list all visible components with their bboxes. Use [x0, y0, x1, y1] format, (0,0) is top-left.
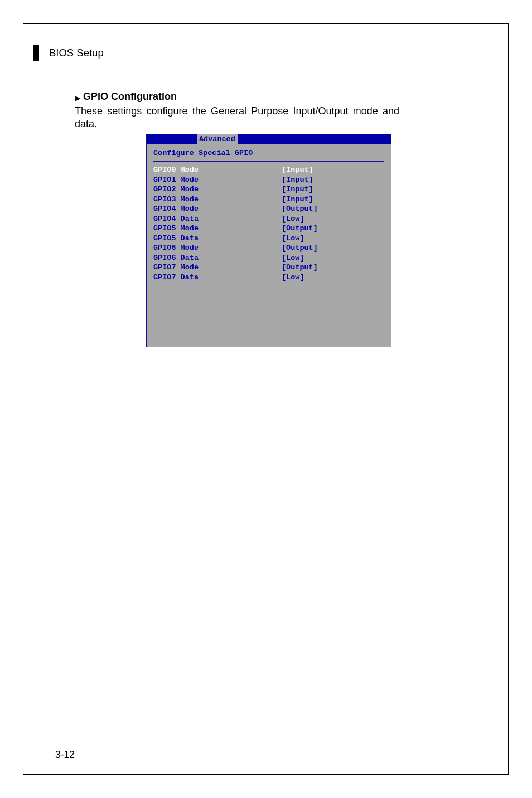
- bios-tab-row: Advanced: [147, 134, 391, 144]
- page-number: 3-12: [55, 749, 75, 761]
- bios-setting-row[interactable]: GPIO1 Mode[Input]: [153, 175, 384, 185]
- bios-screenshot: Advanced Configure Special GPIO GPIO0 Mo…: [146, 134, 391, 347]
- bios-setting-row[interactable]: GPIO2 Mode[Input]: [153, 185, 384, 195]
- header-accent-bar: [33, 45, 39, 61]
- bios-setting-value: [Output]: [282, 263, 318, 273]
- bios-setting-value: [Output]: [282, 243, 318, 253]
- bios-setting-label: GPIO0 Mode: [153, 165, 282, 175]
- bios-setting-value: [Input]: [282, 185, 313, 195]
- section-body: These settings configure the General Pur…: [75, 105, 399, 130]
- bios-setting-label: GPIO7 Mode: [153, 263, 282, 273]
- bios-setting-row[interactable]: GPIO4 Mode[Output]: [153, 204, 384, 214]
- bios-setting-value: [Output]: [282, 204, 318, 214]
- bios-setting-row[interactable]: GPIO7 Mode[Output]: [153, 263, 384, 273]
- bios-setting-value: [Low]: [282, 273, 304, 283]
- header-divider: [23, 66, 509, 66]
- bios-setting-row[interactable]: GPIO0 Mode[Input]: [153, 165, 384, 175]
- bios-setting-label: GPIO4 Mode: [153, 204, 282, 214]
- bios-setting-label: GPIO2 Mode: [153, 185, 282, 195]
- bios-setting-label: GPIO3 Mode: [153, 195, 282, 205]
- bios-setting-value: [Low]: [282, 234, 304, 244]
- bios-setting-label: GPIO5 Data: [153, 234, 282, 244]
- bios-setting-value: [Low]: [282, 214, 304, 224]
- bios-setting-row[interactable]: GPIO3 Mode[Input]: [153, 195, 384, 205]
- bios-setting-value: [Input]: [282, 165, 313, 175]
- bios-tab-advanced[interactable]: Advanced: [197, 134, 238, 144]
- bios-setting-label: GPIO6 Data: [153, 253, 282, 263]
- bios-setting-value: [Input]: [282, 175, 313, 185]
- section-heading: GPIO Configuration: [75, 91, 177, 103]
- bios-settings-list: GPIO0 Mode[Input]GPIO1 Mode[Input]GPIO2 …: [147, 165, 391, 282]
- bios-setting-label: GPIO1 Mode: [153, 175, 282, 185]
- bios-subtitle: Configure Special GPIO: [147, 148, 391, 158]
- bios-setting-value: [Low]: [282, 253, 304, 263]
- bios-setting-label: GPIO7 Data: [153, 273, 282, 283]
- bios-setting-row[interactable]: GPIO6 Mode[Output]: [153, 243, 384, 253]
- bios-setting-value: [Output]: [282, 224, 318, 234]
- bios-setting-row[interactable]: GPIO6 Data[Low]: [153, 253, 384, 263]
- bios-setting-label: GPIO4 Data: [153, 214, 282, 224]
- bios-setting-value: [Input]: [282, 195, 313, 205]
- bios-setting-label: GPIO5 Mode: [153, 224, 282, 234]
- bios-setting-row[interactable]: GPIO5 Mode[Output]: [153, 224, 384, 234]
- bios-divider: [153, 161, 384, 162]
- page-header: BIOS Setup: [49, 47, 104, 59]
- bios-setting-row[interactable]: GPIO5 Data[Low]: [153, 234, 384, 244]
- bios-setting-row[interactable]: GPIO4 Data[Low]: [153, 214, 384, 224]
- bios-setting-row[interactable]: GPIO7 Data[Low]: [153, 273, 384, 283]
- bios-setting-label: GPIO6 Mode: [153, 243, 282, 253]
